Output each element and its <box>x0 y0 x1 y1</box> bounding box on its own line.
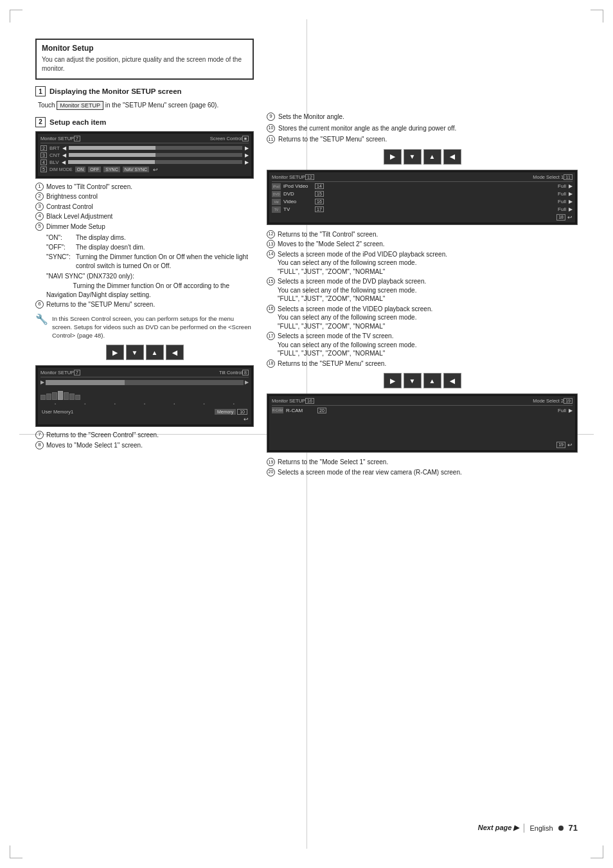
dimmer-sync-val: Turning the Dimmer function On or Off wh… <box>76 253 254 271</box>
item-text-7: Returns to the "Screen Control" screen. <box>46 431 159 440</box>
right-text-13: Moves to the "Mode Select 2" screen. <box>278 240 385 249</box>
tilt-return: ↩ <box>244 416 249 422</box>
list-item-6: 6 Returns to the "SETUP Menu" screen. <box>35 300 254 309</box>
tilt-seg4 <box>58 391 63 400</box>
right-items-top: 9 Sets the Monitor angle. 10 Stores the … <box>267 113 578 144</box>
screen-return-arrow: ↩ <box>153 167 158 173</box>
list-item-2: 2 Brightness control <box>35 192 254 201</box>
mode2-spacer <box>314 398 533 404</box>
tilt-dot3: • <box>114 402 116 406</box>
nav-btn-forward: ▶ <box>106 345 124 360</box>
item-text-5: Dimmer Mode Setup <box>46 222 105 231</box>
item-num-2: 2 <box>35 192 44 201</box>
dimmer-on-val: The display dims. <box>76 233 126 242</box>
mode-label-ipod: iPod Video <box>283 183 312 189</box>
right-text-16: Selects a screen mode of the VIDEO playb… <box>278 305 432 331</box>
item-num-7: 7 <box>35 431 44 439</box>
screen-header-right: Screen Control <box>210 136 242 141</box>
screen-header-num2: ■ <box>242 136 249 141</box>
mode2-empty <box>272 415 573 440</box>
screen-left-arr: ◀ <box>62 145 66 151</box>
section-main-title: Monitor Setup <box>42 44 247 53</box>
nav-buttons-right-bottom: ▶ ▼ ▲ ◀ <box>267 373 578 388</box>
mode-val-dvd: Full <box>326 191 566 197</box>
mode-label-video: Video <box>283 199 312 204</box>
nav-btn-r-up: ▲ <box>423 149 441 165</box>
tilt-seg2 <box>46 393 51 400</box>
items-list: 1 Moves to "Tilt Control" screen. 2 Brig… <box>35 183 254 309</box>
dimmer-navisync-val: Turning the Dimmer function On or Off ac… <box>46 282 254 299</box>
list-item-5: 5 Dimmer Mode Setup "ON": The display di… <box>35 222 254 300</box>
right-item-14: 14 Selects a screen mode of the iPod VID… <box>267 250 578 276</box>
tilt-dot1: • <box>55 402 56 406</box>
right-item-12: 12 Returns to the "Tilt Control" screen. <box>267 230 578 239</box>
mode-arrow-dvd: ▶ <box>569 191 573 197</box>
mode-num17: 17 <box>315 206 324 212</box>
right-text-10: Stores the current monitor angle as the … <box>278 124 456 133</box>
nav-btn-rb-down: ▼ <box>404 373 422 388</box>
tilt-screen-num8: 8 <box>242 370 249 375</box>
right-text-14: Selects a screen mode of the iPod VIDEO … <box>278 250 447 276</box>
mode2-num19: 19 <box>564 398 573 404</box>
monitor-setup-box: Monitor Setup You can adjust the positio… <box>35 39 254 80</box>
dimmer-on-key: "ON": <box>46 233 73 242</box>
mode-icon-tv: TV <box>272 206 281 213</box>
item-text-8: Moves to "Mode Select 1" screen. <box>46 441 143 450</box>
screen-item-num3: 3 <box>40 152 47 158</box>
list-item-8: 8 Moves to "Mode Select 1" screen. <box>35 441 254 450</box>
footer-divider <box>524 824 524 833</box>
section2-header: 2 Setup each item <box>35 117 254 127</box>
mode-row-ipod: iPod iPod Video 14 Full ▶ <box>272 183 573 190</box>
right-num-17: 17 <box>267 332 275 340</box>
mode1-num12: 12 <box>305 174 314 180</box>
tilt-dot4: • <box>144 402 145 406</box>
screen-right-arr: ▶ <box>245 145 249 151</box>
mode-num14: 14 <box>315 183 324 189</box>
tilt-arr-right: ▶ <box>245 379 249 385</box>
tilt-screen-header-right: Tilt Control <box>219 370 242 375</box>
tilt-dot2: • <box>84 402 85 406</box>
right-items-mid: 12 Returns to the "Tilt Control" screen.… <box>267 230 578 368</box>
right-item-17: 17 Selects a screen mode of the TV scree… <box>267 332 578 358</box>
screen-mockup-main: Monitor SETUP 7 Screen Control ■ 2 BRT ◀ <box>35 131 254 179</box>
screen-header-num1: 7 <box>74 136 80 141</box>
tilt-seg6 <box>69 393 75 400</box>
screen-left-arr3: ◀ <box>62 159 66 165</box>
right-text-18: Returns to the "SETUP Menu" screen. <box>278 359 386 368</box>
section1-title: Displaying the Monitor SETUP screen <box>49 87 182 95</box>
screen-btn-navsync: NAV SYNC <box>123 167 149 172</box>
user-memory-label: User Memory <box>42 409 71 415</box>
mode2-header-center: Mode Select 2 <box>533 398 564 404</box>
item-num-1: 1 <box>35 183 44 191</box>
item-text-1: Moves to "Tilt Control" screen. <box>46 183 132 192</box>
mode1-header-left: Monitor SETUP <box>272 174 305 180</box>
right-text-15: Selects a screen mode of the DVD playbac… <box>278 277 426 303</box>
right-item-15: 15 Selects a screen mode of the DVD play… <box>267 277 578 303</box>
nav-btn-down: ▼ <box>126 345 144 360</box>
user-memory-num: 1 <box>71 409 73 415</box>
mode-val-rcam: Full <box>329 408 566 413</box>
nav-btn-r-down: ▼ <box>404 149 422 165</box>
right-text-17: Selects a screen mode of the TV screen.Y… <box>278 332 416 358</box>
tilt-seg1 <box>40 395 46 400</box>
section1-instruction: Touch Monitor SETUP in the "SETUP Menu" … <box>38 100 254 111</box>
mode-arrow-tv: ▶ <box>569 206 573 212</box>
memory-num-badge: 10 <box>237 409 247 415</box>
note-box: 🔧 In this Screen Control screen, you can… <box>35 314 254 340</box>
nav-buttons-right: ▶ ▼ ▲ ◀ <box>267 149 578 165</box>
item-text-6: Returns to the "SETUP Menu" screen. <box>46 300 155 309</box>
mode-val-tv: Full <box>326 206 566 212</box>
mode-num16: 16 <box>315 199 324 204</box>
screen-btn-off: OFF <box>88 167 101 172</box>
mode-row-rcam: R‑CAM R-CAM 20 Full ▶ <box>272 407 573 413</box>
item-text-3: Contrast Control <box>46 203 93 212</box>
dimmer-sync-key: "SYNC": <box>46 253 73 271</box>
nav-btn-back: ◀ <box>166 345 184 360</box>
mode-label-dvd: DVD <box>283 191 312 197</box>
item-text-4: Black Level Adjustment <box>46 212 112 221</box>
section-main-desc: You can adjust the position, picture qua… <box>42 55 247 73</box>
mode1-return: ↩ <box>567 214 573 221</box>
screen-item-num1: 2 <box>40 145 47 151</box>
item-text-2: Brightness control <box>46 192 98 201</box>
tilt-control-screen: Monitor SETUP 7 Tilt Control 8 ▶ ▶ <box>35 365 254 427</box>
